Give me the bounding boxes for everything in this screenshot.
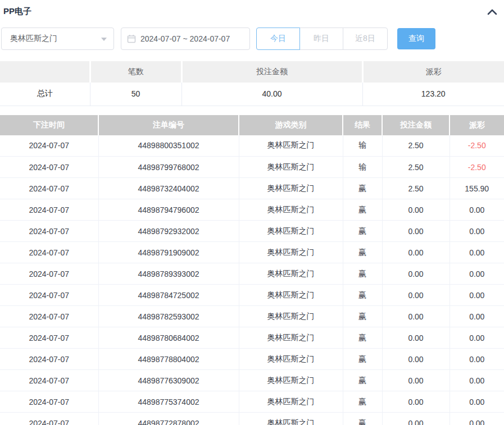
records-header-row: 下注时间 注单编号 游戏类别 结果 投注金额 派彩 [0,115,504,135]
cell-result: 赢 [343,242,382,263]
header-order-no: 注单编号 [98,115,239,135]
quick-range-button-group: 今日 昨日 近8日 [256,28,388,50]
cell-payout: 0.00 [449,413,504,425]
summary-total-bet-amount: 40.00 [181,83,362,106]
cell-order-no: 44898780684002 [98,327,239,349]
cell-order-no: 44898775374002 [98,391,239,413]
panel-header: PP电子 [0,0,504,17]
cell-order-no: 44898776309002 [98,370,239,391]
cell-game-category: 奥林匹斯之门 [239,263,343,285]
table-row: 2024-07-0744898772878002奥林匹斯之门赢0.000.00 [0,413,504,425]
cell-game-category: 奥林匹斯之门 [239,349,343,370]
cell-game-category: 奥林匹斯之门 [239,135,343,157]
cell-bet-amount: 0.00 [382,263,449,285]
quick-button-yesterday[interactable]: 昨日 [299,28,343,50]
summary-header-payout: 派彩 [362,61,504,83]
cell-result: 赢 [343,306,382,327]
cell-bet-time: 2024-07-07 [0,263,98,285]
cell-order-no: 44898778804002 [98,349,239,370]
cell-payout: -2.50 [449,135,504,157]
search-button[interactable]: 查询 [397,28,435,49]
summary-total-label: 总计 [0,83,90,106]
cell-payout: 0.00 [449,306,504,327]
table-row: 2024-07-0744898780684002奥林匹斯之门赢0.000.00 [0,327,504,349]
cell-bet-time: 2024-07-07 [0,370,98,391]
table-row: 2024-07-0744898794796002奥林匹斯之门赢0.000.00 [0,199,504,221]
cell-bet-amount: 0.00 [382,370,449,391]
cell-game-category: 奥林匹斯之门 [239,370,343,391]
cell-order-no: 44898791909002 [98,242,239,263]
cell-bet-amount: 2.50 [382,178,449,199]
cell-order-no: 44898732404002 [98,178,239,199]
cell-bet-amount: 0.00 [382,242,449,263]
cell-bet-time: 2024-07-07 [0,199,98,221]
cell-payout: -2.50 [449,157,504,178]
game-select[interactable]: 奥林匹斯之门 [1,28,114,50]
cell-payout: 0.00 [449,349,504,370]
summary-table: 笔数 投注金额 派彩 总计 50 40.00 123.20 [0,61,504,106]
cell-order-no: 44898789393002 [98,263,239,285]
cell-payout: 0.00 [449,370,504,391]
cell-order-no: 44898784725002 [98,285,239,306]
cell-bet-amount: 0.00 [382,285,449,306]
table-row: 2024-07-0744898791909002奥林匹斯之门赢0.000.00 [0,242,504,263]
header-payout: 派彩 [449,115,504,135]
cell-order-no: 44898794796002 [98,199,239,221]
cell-payout: 0.00 [449,391,504,413]
cell-result: 赢 [343,199,382,221]
filter-bar: 奥林匹斯之门 2024-07-07 ~ 2024-07-07 今日 昨日 近8日… [1,28,504,50]
quick-button-today[interactable]: 今日 [256,28,300,50]
collapse-button[interactable] [487,8,497,15]
summary-total-payout: 123.20 [362,83,504,106]
cell-payout: 0.00 [449,327,504,349]
summary-header-bet-amount: 投注金额 [181,61,362,83]
cell-bet-amount: 0.00 [382,221,449,242]
cell-payout: 0.00 [449,199,504,221]
cell-result: 赢 [343,178,382,199]
cell-game-category: 奥林匹斯之门 [239,327,343,349]
cell-result: 赢 [343,263,382,285]
cell-result: 赢 [343,370,382,391]
table-row: 2024-07-0744898789393002奥林匹斯之门赢0.000.00 [0,263,504,285]
records-table-body: 2024-07-0744898800351002奥林匹斯之门输2.50-2.50… [0,135,504,425]
cell-result: 赢 [343,221,382,242]
table-row: 2024-07-0744898784725002奥林匹斯之门赢0.000.00 [0,285,504,306]
cell-order-no: 44898772878002 [98,413,239,425]
cell-result: 赢 [343,349,382,370]
cell-bet-time: 2024-07-07 [0,135,98,157]
header-game-category: 游戏类别 [239,115,343,135]
cell-game-category: 奥林匹斯之门 [239,178,343,199]
table-row: 2024-07-0744898778804002奥林匹斯之门赢0.000.00 [0,349,504,370]
summary-total-row: 总计 50 40.00 123.20 [0,83,504,106]
caret-down-icon [101,38,107,41]
cell-order-no: 44898799768002 [98,157,239,178]
header-bet-time: 下注时间 [0,115,98,135]
header-bet-amount: 投注金额 [382,115,449,135]
cell-payout: 0.00 [449,221,504,242]
cell-result: 赢 [343,285,382,306]
cell-result: 赢 [343,327,382,349]
cell-bet-time: 2024-07-07 [0,413,98,425]
table-row: 2024-07-0744898792932002奥林匹斯之门赢0.000.00 [0,221,504,242]
cell-order-no: 44898782593002 [98,306,239,327]
chevron-up-icon [487,8,497,15]
cell-bet-time: 2024-07-07 [0,327,98,349]
date-range-input[interactable]: 2024-07-07 ~ 2024-07-07 [121,28,250,50]
game-select-value: 奥林匹斯之门 [10,34,57,44]
summary-header-blank [0,61,90,83]
cell-bet-time: 2024-07-07 [0,157,98,178]
cell-game-category: 奥林匹斯之门 [239,413,343,425]
pp-electronic-panel: PP电子 奥林匹斯之门 2024-07-07 ~ 2 [0,0,504,425]
table-row: 2024-07-0744898782593002奥林匹斯之门赢0.000.00 [0,306,504,327]
quick-button-last8days[interactable]: 近8日 [343,28,388,50]
cell-order-no: 44898800351002 [98,135,239,157]
cell-bet-time: 2024-07-07 [0,349,98,370]
header-result: 结果 [343,115,382,135]
cell-bet-time: 2024-07-07 [0,242,98,263]
cell-bet-amount: 2.50 [382,135,449,157]
cell-game-category: 奥林匹斯之门 [239,285,343,306]
cell-order-no: 44898792932002 [98,221,239,242]
cell-bet-amount: 2.50 [382,157,449,178]
summary-header-count: 笔数 [90,61,181,83]
table-row: 2024-07-0744898799768002奥林匹斯之门输2.50-2.50 [0,157,504,178]
